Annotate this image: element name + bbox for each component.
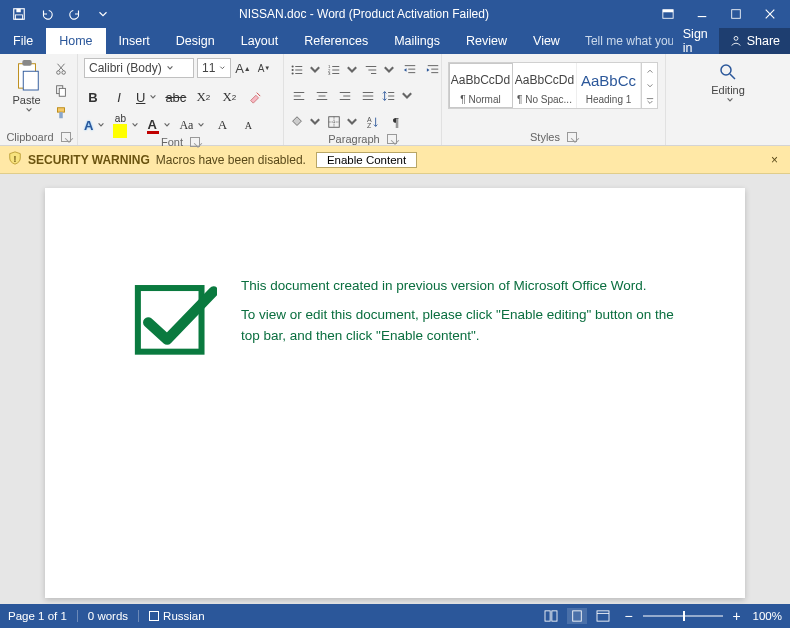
tab-mailings[interactable]: Mailings (381, 28, 453, 54)
svg-text:!: ! (14, 154, 17, 164)
redo-icon[interactable] (62, 1, 88, 27)
tab-insert[interactable]: Insert (106, 28, 163, 54)
paragraph-launcher-icon[interactable] (387, 134, 397, 144)
decrease-indent-icon[interactable] (401, 61, 419, 79)
highlight-button[interactable]: ab (113, 116, 139, 134)
svg-line-23 (257, 93, 261, 97)
bold-button[interactable]: B (84, 88, 102, 106)
read-mode-icon[interactable] (541, 608, 561, 624)
format-painter-icon[interactable] (51, 104, 71, 122)
zoom-in-button[interactable]: + (729, 608, 745, 624)
shield-icon: ! (8, 151, 22, 168)
save-icon[interactable] (6, 1, 32, 27)
clipboard-launcher-icon[interactable] (61, 132, 71, 142)
bullets-icon[interactable] (290, 61, 322, 79)
font-size-combo[interactable]: 11 (197, 58, 231, 78)
spellcheck-icon[interactable] (149, 611, 159, 621)
share-label: Share (747, 34, 780, 48)
web-layout-icon[interactable] (593, 608, 613, 624)
text-effects-icon[interactable]: A (84, 116, 105, 134)
shading-icon[interactable] (290, 113, 322, 131)
ribbon-display-icon[interactable] (652, 1, 684, 27)
borders-icon[interactable] (327, 113, 359, 131)
styles-launcher-icon[interactable] (567, 132, 577, 142)
sort-icon[interactable]: AZ (364, 113, 382, 131)
print-layout-icon[interactable] (567, 608, 587, 624)
style-no-spacing[interactable]: AaBbCcDd ¶ No Spac... (513, 63, 577, 108)
doc-line-2: To view or edit this document, please cl… (241, 305, 695, 347)
paste-label: Paste (12, 92, 40, 106)
show-marks-icon[interactable]: ¶ (387, 113, 405, 131)
styles-scroll (641, 63, 657, 108)
svg-rect-72 (572, 611, 581, 621)
tab-review[interactable]: Review (453, 28, 520, 54)
paragraph-label: Paragraph (328, 133, 379, 145)
line-spacing-icon[interactable] (382, 87, 414, 105)
status-language[interactable]: Russian (163, 610, 205, 622)
clear-format-icon[interactable] (246, 88, 264, 106)
share-button[interactable]: Share (719, 28, 790, 54)
editing-button[interactable]: Editing (711, 58, 745, 104)
grow-font-icon[interactable]: A (213, 116, 231, 134)
zoom-out-button[interactable]: − (621, 608, 637, 624)
styles-down-icon[interactable] (642, 78, 657, 93)
justify-icon[interactable] (359, 87, 377, 105)
italic-button[interactable]: I (110, 88, 128, 106)
svg-rect-73 (597, 611, 609, 621)
document-page[interactable]: This document created in previous versio… (45, 188, 745, 598)
tab-design[interactable]: Design (163, 28, 228, 54)
status-page[interactable]: Page 1 of 1 (8, 610, 67, 622)
strikethrough-button[interactable]: abc (165, 88, 186, 106)
tell-me-search[interactable]: Tell me what you wa (573, 28, 673, 54)
superscript-button[interactable]: X2 (220, 88, 238, 106)
cut-icon[interactable] (51, 60, 71, 78)
maximize-icon[interactable] (720, 1, 752, 27)
shrink-font-icon[interactable]: A (239, 116, 257, 134)
enable-content-button[interactable]: Enable Content (316, 152, 417, 168)
qat-customize-icon[interactable] (90, 1, 116, 27)
numbering-icon[interactable]: 123 (327, 61, 359, 79)
tab-home[interactable]: Home (46, 28, 105, 54)
clipboard-label: Clipboard (6, 131, 53, 143)
checkmark-icon (131, 276, 217, 366)
sign-in-button[interactable]: Sign in (673, 28, 719, 54)
subscript-button[interactable]: X2 (194, 88, 212, 106)
paste-button[interactable]: Paste (6, 58, 47, 114)
increase-indent-icon[interactable] (424, 61, 442, 79)
change-case-button[interactable]: Aa (179, 116, 205, 134)
font-launcher-icon[interactable] (190, 137, 200, 147)
copy-icon[interactable] (51, 82, 71, 100)
tab-references[interactable]: References (291, 28, 381, 54)
styles-more-icon[interactable] (642, 93, 657, 108)
underline-button[interactable]: U (136, 88, 157, 106)
close-icon[interactable] (754, 1, 786, 27)
undo-icon[interactable] (34, 1, 60, 27)
align-left-icon[interactable] (290, 87, 308, 105)
font-name-combo[interactable]: Calibri (Body) (84, 58, 194, 78)
zoom-track[interactable] (643, 615, 723, 617)
style-normal[interactable]: AaBbCcDd ¶ Normal (449, 63, 513, 108)
group-styles: AaBbCcDd ¶ Normal AaBbCcDd ¶ No Spac... … (442, 54, 666, 145)
tab-file[interactable]: File (0, 28, 46, 54)
style-heading1[interactable]: AaBbCc Heading 1 (577, 63, 641, 108)
tab-view[interactable]: View (520, 28, 573, 54)
svg-rect-1 (16, 9, 20, 13)
status-zoom[interactable]: 100% (753, 610, 782, 622)
styles-label: Styles (530, 131, 560, 143)
svg-text:Z: Z (367, 122, 372, 129)
tab-layout[interactable]: Layout (228, 28, 292, 54)
styles-up-icon[interactable] (642, 63, 657, 78)
align-right-icon[interactable] (336, 87, 354, 105)
align-center-icon[interactable] (313, 87, 331, 105)
svg-point-28 (292, 72, 294, 74)
zoom-thumb[interactable] (683, 611, 685, 621)
font-color-button[interactable]: A (147, 116, 171, 134)
decrease-font-icon[interactable]: A▼ (255, 59, 273, 77)
multilevel-icon[interactable] (364, 61, 396, 79)
minimize-icon[interactable] (686, 1, 718, 27)
status-words[interactable]: 0 words (88, 610, 128, 622)
warning-close-icon[interactable]: × (767, 153, 782, 167)
increase-font-icon[interactable]: A▲ (234, 59, 252, 77)
window-title: NISSAN.doc - Word (Product Activation Fa… (116, 7, 652, 21)
svg-rect-70 (545, 611, 550, 621)
